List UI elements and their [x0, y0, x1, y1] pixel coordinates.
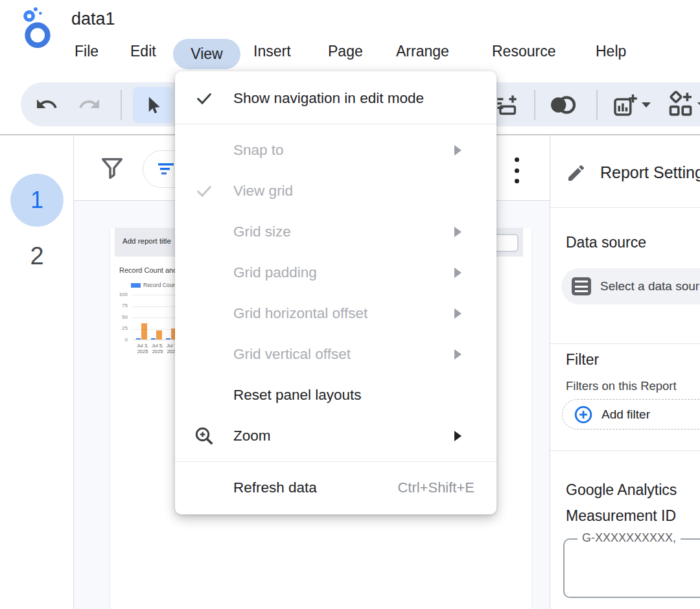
menu-divider	[175, 124, 496, 124]
menu-view[interactable]: View	[173, 39, 240, 69]
y-tick: 25	[113, 325, 128, 331]
pencil-icon	[566, 163, 587, 183]
menu-file[interactable]: File	[75, 43, 99, 60]
ga-measurement-id-label: G-XXXXXXXXXX,	[578, 531, 681, 545]
y-tick: 0	[113, 337, 128, 343]
toolbar-separator	[121, 90, 122, 120]
select-data-source-button[interactable]: Select a data source	[561, 268, 700, 304]
add-chart-icon	[612, 92, 638, 118]
toolbar-separator	[596, 90, 598, 120]
page-item-1[interactable]: 1	[10, 174, 64, 227]
add-control-icon	[666, 91, 695, 119]
check-icon	[195, 182, 213, 200]
data-source-heading: Data source	[566, 234, 646, 251]
menu-item-snap-to: Snap to	[175, 130, 496, 170]
zoom-in-icon	[194, 426, 215, 446]
menu-item-grid-horizontal-offset: Grid horizontal offset	[175, 293, 496, 334]
submenu-arrow-icon	[454, 145, 461, 155]
check-icon	[195, 89, 213, 108]
submenu-arrow-icon	[454, 349, 461, 360]
blend-icon	[546, 93, 579, 117]
blend-data-button[interactable]	[546, 93, 579, 117]
menu-page[interactable]: Page	[328, 43, 363, 60]
filters-subheading: Filters on this Report	[566, 379, 677, 393]
undo-icon	[35, 93, 58, 116]
submenu-arrow-icon	[454, 308, 461, 319]
menu-item-grid-size: Grid size	[175, 211, 496, 252]
ga-measurement-heading: Google Analytics Measurement ID	[566, 477, 700, 529]
add-page-icon	[495, 93, 519, 117]
redo-button[interactable]	[78, 93, 101, 116]
document-title[interactable]: data1	[71, 9, 115, 29]
add-page-button[interactable]	[495, 93, 519, 117]
redo-icon	[78, 93, 101, 116]
menu-insert[interactable]: Insert	[253, 43, 291, 60]
select-tool-button[interactable]	[133, 87, 173, 123]
select-cursor-icon	[144, 95, 162, 115]
menu-item-grid-padding: Grid padding	[175, 252, 496, 293]
menu-item-reset-panel-layouts[interactable]: Reset panel layouts	[175, 374, 496, 415]
page-navigation: 1 2	[0, 135, 74, 609]
y-tick: 100	[113, 292, 128, 297]
properties-panel: Report Settings Data source Select a dat…	[550, 135, 700, 609]
panel-title: Report Settings	[600, 163, 700, 182]
data-source-icon	[572, 277, 591, 295]
toolbar-separator	[534, 90, 535, 120]
submenu-arrow-icon	[454, 227, 461, 237]
add-chart-button[interactable]	[612, 92, 651, 118]
page-item-2[interactable]: 2	[10, 242, 64, 270]
add-circle-icon	[574, 406, 592, 424]
menu-resource[interactable]: Resource	[492, 43, 555, 60]
ga-measurement-id-field[interactable]	[563, 538, 700, 598]
legend-label-record-count: Record Count	[143, 282, 177, 288]
submenu-arrow-icon	[454, 268, 461, 278]
filter-lines-icon	[158, 163, 174, 176]
ga-measurement-id-input[interactable]	[570, 550, 700, 565]
legend-swatch-record-count	[131, 283, 141, 288]
filter-funnel-icon	[100, 155, 124, 182]
menu-item-refresh-data[interactable]: Refresh data Ctrl+Shift+E	[175, 467, 496, 508]
menu-shortcut: Ctrl+Shift+E	[397, 479, 474, 496]
filter-heading: Filter	[566, 351, 599, 369]
menu-item-show-navigation-in-edit-mode[interactable]: Show navigation in edit mode	[175, 78, 496, 119]
submenu-arrow-icon	[454, 431, 461, 441]
chevron-down-icon	[697, 102, 700, 108]
report-title-placeholder: Add report title	[122, 237, 171, 245]
menu-item-view-grid: View grid	[175, 170, 496, 211]
undo-button[interactable]	[35, 93, 58, 116]
y-tick: 75	[113, 303, 128, 308]
looker-studio-logo-icon	[21, 6, 54, 48]
menu-item-zoom[interactable]: Zoom	[175, 415, 496, 456]
add-filter-button[interactable]: Add filter	[562, 399, 700, 430]
kebab-icon	[515, 157, 519, 162]
add-control-button[interactable]	[666, 91, 700, 119]
menu-edit[interactable]: Edit	[130, 43, 156, 60]
y-tick: 50	[113, 314, 128, 320]
menu-arrange[interactable]: Arrange	[396, 43, 449, 60]
menu-divider	[175, 461, 496, 462]
menu-item-grid-vertical-offset: Grid vertical offset	[175, 334, 496, 374]
more-options-button[interactable]	[512, 157, 521, 183]
chevron-down-icon	[642, 102, 651, 108]
view-dropdown-menu: Show navigation in edit mode Snap to Vie…	[175, 71, 496, 514]
menu-help[interactable]: Help	[596, 43, 626, 60]
